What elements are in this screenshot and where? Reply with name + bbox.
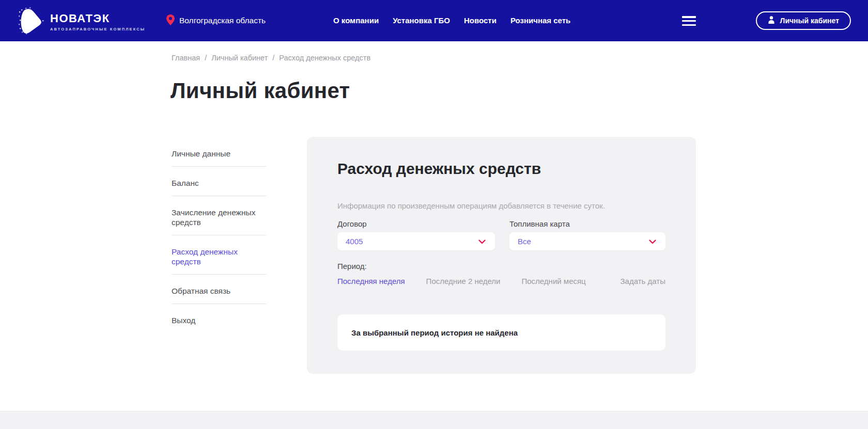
user-icon <box>768 16 775 25</box>
sidebar-item-balance[interactable]: Баланс <box>172 167 266 196</box>
panel-note: Информация по произведенным операциям до… <box>337 201 665 211</box>
breadcrumb-separator: / <box>205 54 207 62</box>
period-options: Последняя неделя Последние 2 недели Посл… <box>337 277 665 285</box>
sidebar-item-feedback[interactable]: Обратная связь <box>172 275 266 304</box>
novatek-logo-icon <box>17 6 46 37</box>
sidebar-item-label: Баланс <box>172 178 266 188</box>
fuel-card-field: Топливная карта Все <box>509 219 665 250</box>
region-selector[interactable]: Волгоградская область <box>166 0 266 41</box>
sidebar-item-label: Личные данные <box>172 149 266 158</box>
period-last-month[interactable]: Последний месяц <box>521 277 585 285</box>
sidebar-item-label: Обратная связь <box>172 286 266 296</box>
fuel-card-label: Топливная карта <box>509 219 665 228</box>
breadcrumb-account[interactable]: Личный кабинет <box>211 54 268 62</box>
sidebar-item-personal-data[interactable]: Личные данные <box>172 149 266 167</box>
fuel-card-select-value: Все <box>518 237 531 246</box>
empty-history-message: За выбранный период история не найдена <box>351 328 518 337</box>
logo[interactable]: НОВАТЭК АВТОЗАПРАВОЧНЫЕ КОМПЛЕКСЫ <box>17 6 145 37</box>
hamburger-bar <box>682 20 696 22</box>
contract-label: Договор <box>337 219 495 228</box>
hamburger-bar <box>682 16 696 18</box>
fuel-card-select[interactable]: Все <box>509 232 665 250</box>
hamburger-bar <box>682 24 696 26</box>
sidebar-item-label: Расход денежных средств <box>172 247 266 266</box>
breadcrumb-current: Расход денежных средств <box>279 54 370 62</box>
main-nav: О компании Установка ГБО Новости Розничн… <box>333 0 570 41</box>
nav-retail-network[interactable]: Розничная сеть <box>510 16 570 25</box>
hamburger-menu-button[interactable] <box>682 16 696 26</box>
sidebar-item-spending-funds[interactable]: Расход денежных средств <box>172 235 266 275</box>
nav-gbo-install[interactable]: Установка ГБО <box>393 16 450 25</box>
period-last-two-weeks[interactable]: Последние 2 недели <box>426 277 501 285</box>
sidebar-item-logout[interactable]: Выход <box>172 304 266 333</box>
breadcrumb: Главная / Личный кабинет / Расход денежн… <box>172 54 370 62</box>
logo-title: НОВАТЭК <box>50 12 145 25</box>
period-last-week[interactable]: Последняя неделя <box>337 277 405 285</box>
map-pin-icon <box>166 14 175 27</box>
sidebar-item-deposit-funds[interactable]: Зачисление денежных средств <box>172 196 266 235</box>
contract-select-value: 4005 <box>346 237 363 246</box>
header: НОВАТЭК АВТОЗАПРАВОЧНЫЕ КОМПЛЕКСЫ Волгог… <box>0 0 868 41</box>
sidebar-item-label: Выход <box>172 315 266 325</box>
nav-news[interactable]: Новости <box>464 16 497 25</box>
logo-subtitle: АВТОЗАПРАВОЧНЫЕ КОМПЛЕКСЫ <box>50 27 145 31</box>
panel-title: Расход денежных средств <box>337 160 665 178</box>
chevron-down-icon <box>649 237 656 246</box>
breadcrumb-home[interactable]: Главная <box>172 54 200 62</box>
region-label: Волгоградская область <box>179 16 266 25</box>
page-title: Личный кабинет <box>171 78 350 103</box>
breadcrumb-separator: / <box>272 54 274 62</box>
contract-field: Договор 4005 <box>337 219 495 250</box>
period-custom-dates[interactable]: Задать даты <box>621 277 665 285</box>
nav-about[interactable]: О компании <box>333 16 379 25</box>
footer-strip <box>0 411 868 429</box>
empty-history-box: За выбранный период история не найдена <box>337 314 665 351</box>
period-label: Период: <box>337 262 665 271</box>
account-sidebar: Личные данные Баланс Зачисление денежных… <box>172 149 266 333</box>
sidebar-item-label: Зачисление денежных средств <box>172 208 266 227</box>
account-button-label: Личный кабинет <box>780 17 839 25</box>
chevron-down-icon <box>478 237 486 246</box>
account-button[interactable]: Личный кабинет <box>756 11 851 30</box>
spending-panel: Расход денежных средств Информация по пр… <box>307 137 696 374</box>
logo-text: НОВАТЭК АВТОЗАПРАВОЧНЫЕ КОМПЛЕКСЫ <box>50 12 145 31</box>
contract-select[interactable]: 4005 <box>337 232 495 250</box>
filters-row: Договор 4005 Топливная карта Все <box>337 219 665 250</box>
